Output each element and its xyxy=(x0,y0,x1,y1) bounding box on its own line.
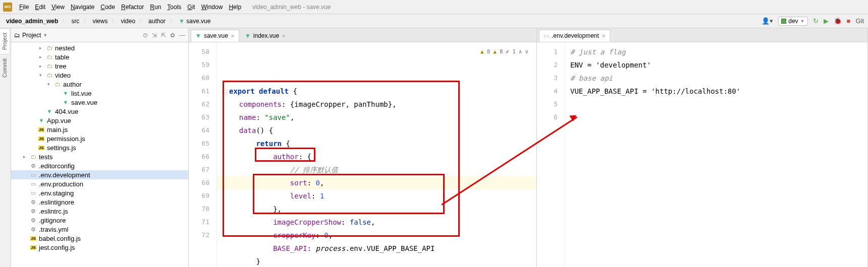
stop-button[interactable]: ■ xyxy=(847,17,851,25)
tree-item[interactable]: ▾🗀video xyxy=(11,71,188,80)
menu-item-file[interactable]: File xyxy=(16,2,32,12)
tree-item[interactable]: ▼404.vue xyxy=(11,107,188,116)
code-line[interactable]: BASE_API: process.env.VUE_APP_BASE_API xyxy=(222,242,531,255)
code-line[interactable]: name: "save", xyxy=(222,111,531,124)
run-button[interactable]: ▶ xyxy=(824,17,829,25)
tree-item[interactable]: ▸🗀table xyxy=(11,52,188,61)
close-icon[interactable]: ✕ xyxy=(602,33,606,39)
breadcrumb-separator: 〉 xyxy=(83,18,88,25)
close-icon[interactable]: ✕ xyxy=(231,33,235,39)
tree-item-label: .gitignore xyxy=(39,217,66,224)
tree-arrow[interactable]: ▸ xyxy=(39,45,45,50)
tree-item[interactable]: ▭.env.development xyxy=(11,170,188,179)
tree-arrow[interactable]: ▸ xyxy=(39,63,45,69)
build-button[interactable]: ↻ xyxy=(813,17,819,25)
code-line[interactable]: components: {imageCropper, panThumb}, xyxy=(222,98,531,111)
code-line[interactable]: author: { xyxy=(222,150,531,163)
editor-tab[interactable]: ▼index.vue✕ xyxy=(240,30,290,42)
tree-item[interactable]: JSsettings.js xyxy=(11,143,188,152)
menu-item-edit[interactable]: Edit xyxy=(32,2,48,12)
code-line[interactable]: }, xyxy=(222,203,531,216)
code-lines-right[interactable]: # just a flagENV = 'development'# base a… xyxy=(565,42,867,267)
breadcrumb-item[interactable]: ▼ save.vue xyxy=(177,17,212,26)
tree-arrow[interactable]: ▸ xyxy=(39,54,45,59)
code-line[interactable]: imageCropperShow: false, xyxy=(222,216,531,229)
tree-item-label: .eslintrc.js xyxy=(39,208,68,215)
tool-tab-project[interactable]: Project xyxy=(0,28,9,54)
tree-item[interactable]: JSjest.config.js xyxy=(11,243,188,252)
menu-item-git[interactable]: Git xyxy=(184,2,198,12)
tree-arrow[interactable]: ▾ xyxy=(47,82,53,87)
run-config-selector[interactable]: dev ▼ xyxy=(778,17,807,26)
tree-item[interactable]: ⚙.editorconfig xyxy=(11,161,188,170)
menu-item-refactor[interactable]: Refactor xyxy=(118,2,147,12)
tree-item[interactable]: ▼save.vue xyxy=(11,98,188,107)
code-line[interactable]: # base api xyxy=(570,72,862,85)
chevron-down-icon[interactable]: ▼ xyxy=(43,33,47,38)
code-line[interactable]: data() { xyxy=(222,124,531,137)
nav-user-icon[interactable]: 👤▾ xyxy=(762,17,773,25)
expand-all-icon[interactable]: ⇲ xyxy=(152,32,157,39)
breadcrumb-item[interactable]: author xyxy=(146,17,168,26)
menu-item-code[interactable]: Code xyxy=(97,2,118,12)
debug-button[interactable]: 🐞 xyxy=(834,17,842,25)
tree-item[interactable]: JSmain.js xyxy=(11,125,188,134)
breadcrumb-item[interactable]: src xyxy=(69,17,81,26)
tool-tab-commit[interactable]: Commit xyxy=(0,54,9,82)
code-area-right[interactable]: 123456 # just a flagENV = 'development'#… xyxy=(537,42,867,267)
tree-item[interactable]: ⚙.eslintrc.js xyxy=(11,207,188,216)
menu-item-tools[interactable]: Tools xyxy=(164,2,184,12)
code-lines-left[interactable]: ▲8 ▲8 ✔1 ∧ ∨ −export default { component… xyxy=(217,42,536,267)
code-area-left[interactable]: 585960616263646566676869707172 ▲8 ▲8 ✔1 … xyxy=(189,42,536,267)
tree-item[interactable]: JSpermission.js xyxy=(11,134,188,143)
tree-item[interactable]: ▸🗀nested xyxy=(11,43,188,52)
tree-item[interactable]: ▭.env.staging xyxy=(11,188,188,197)
editor-tab[interactable]: ▼save.vue✕ xyxy=(191,30,239,42)
tree-item[interactable]: ▭.env.production xyxy=(11,179,188,188)
tree-item[interactable]: ⚙.travis.yml xyxy=(11,225,188,234)
menu-item-navigate[interactable]: Navigate xyxy=(68,2,97,12)
breadcrumb-item[interactable]: video_admin_web xyxy=(4,17,60,26)
menu-item-help[interactable]: Help xyxy=(226,2,244,12)
tree-item[interactable]: ▸🗀tests xyxy=(11,152,188,161)
code-line[interactable]: // 排序默认值 xyxy=(222,163,531,176)
breadcrumb-item[interactable]: views xyxy=(90,17,110,26)
project-tree[interactable]: ▸🗀nested▸🗀table▸🗀tree▾🗀video▾🗀author▼lis… xyxy=(11,42,188,267)
code-line[interactable]: } xyxy=(222,255,531,267)
tree-arrow[interactable]: ▸ xyxy=(23,154,29,159)
code-line[interactable]: ENV = 'development' xyxy=(570,58,862,72)
tree-item[interactable]: ▼App.vue xyxy=(11,116,188,125)
locate-icon[interactable]: ⊙ xyxy=(143,32,148,39)
nav-down-icon[interactable]: ∨ xyxy=(525,45,528,58)
tree-item[interactable]: ▼list.vue xyxy=(11,89,188,98)
settings-icon[interactable]: ✿ xyxy=(170,32,175,39)
tree-item-label: .travis.yml xyxy=(39,226,69,233)
tree-item[interactable]: ▸🗀tree xyxy=(11,61,188,71)
tree-item[interactable]: ⚙.eslintignore xyxy=(11,197,188,207)
tree-item[interactable]: ▾🗀author xyxy=(11,80,188,89)
tree-arrow[interactable]: ▾ xyxy=(39,73,45,78)
hide-icon[interactable]: — xyxy=(179,32,185,39)
close-icon[interactable]: ✕ xyxy=(282,33,286,39)
collapse-all-icon[interactable]: ⇱ xyxy=(161,32,166,39)
breadcrumb-item[interactable]: video xyxy=(119,17,137,26)
code-line[interactable]: sort: 0, xyxy=(217,176,536,189)
tree-item-label: jest.config.js xyxy=(39,244,75,251)
code-line[interactable]: level: 1 xyxy=(222,189,531,203)
code-line[interactable]: cropperKey: 0, xyxy=(222,229,531,242)
code-line[interactable]: VUE_APP_BASE_API = 'http://localhost:80' xyxy=(570,85,862,98)
menu-item-window[interactable]: Window xyxy=(198,2,226,12)
nav-up-icon[interactable]: ∧ xyxy=(519,45,522,58)
code-line[interactable]: −export default { xyxy=(222,85,531,98)
menu-item-run[interactable]: Run xyxy=(147,2,164,12)
editor-tab[interactable]: ▭.env.development✕ xyxy=(539,30,610,42)
code-line[interactable]: # just a flag xyxy=(570,45,862,58)
inspection-widget[interactable]: ▲8 ▲8 ✔1 ∧ ∨ xyxy=(480,45,528,58)
git-button[interactable]: Git xyxy=(855,17,864,25)
menu-item-view[interactable]: View xyxy=(48,2,68,12)
tree-item[interactable]: JSbabel.config.js xyxy=(11,234,188,243)
editor-left: ▼save.vue✕▼index.vue✕ 585960616263646566… xyxy=(189,28,537,267)
tree-item-label: nested xyxy=(55,44,75,52)
code-line[interactable]: return { xyxy=(222,137,531,150)
tree-item[interactable]: ⚙.gitignore xyxy=(11,216,188,225)
